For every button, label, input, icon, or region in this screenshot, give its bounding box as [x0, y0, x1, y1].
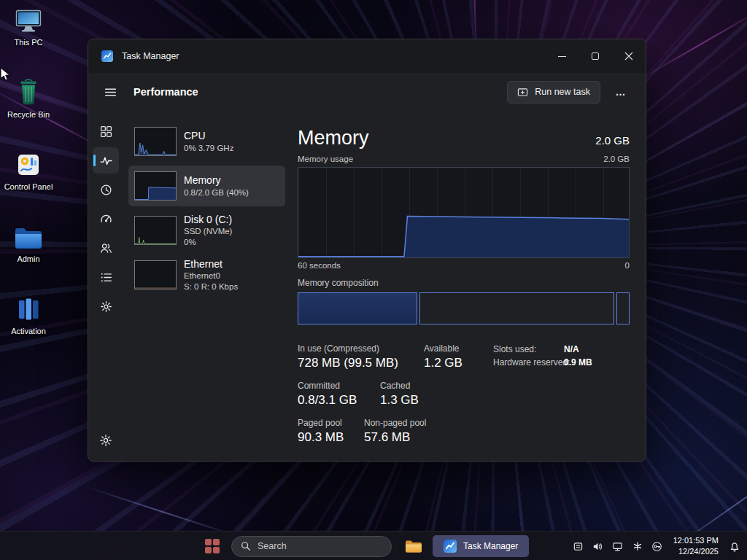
perf-item-subtitle: Ethernet0 — [184, 271, 238, 281]
perf-item-subtitle2: S: 0 R: 0 Kbps — [184, 281, 238, 292]
cpu-thumbnail — [134, 127, 177, 156]
close-icon — [624, 52, 633, 61]
nav-item-processes[interactable] — [93, 118, 119, 144]
nav-item-services[interactable] — [93, 293, 119, 319]
start-button[interactable] — [205, 539, 220, 553]
stat-label: Paged pool — [298, 418, 342, 428]
memory-stats: In use (Compressed) 728 MB (99.5 MB) Ava… — [298, 343, 630, 453]
nav-item-startup-apps[interactable] — [93, 206, 119, 232]
tray-network-button[interactable] — [611, 540, 624, 553]
users-icon — [100, 242, 112, 254]
side-stat-label: Hardware reserved: — [493, 357, 570, 368]
nav-item-performance[interactable] — [93, 147, 119, 174]
minimize-button[interactable] — [545, 39, 578, 73]
stat-value: 1.2 GB — [424, 356, 462, 370]
recycle-bin-icon — [16, 72, 41, 106]
page-title: Performance — [133, 86, 507, 98]
desktop-icon-label: Recycle Bin — [7, 110, 50, 119]
memory-usage-graph — [298, 167, 630, 258]
network-monitor-icon — [612, 541, 623, 552]
run-new-task-button[interactable]: Run new task — [507, 81, 600, 104]
desktop-icon-label: This PC — [14, 38, 42, 47]
taskbar-search[interactable] — [231, 536, 392, 557]
perf-item-title: Disk 0 (C:) — [184, 213, 232, 226]
desktop-icon-control-panel[interactable]: Control Panel — [0, 144, 57, 207]
file-explorer-button[interactable] — [405, 540, 422, 553]
composition-segment-in-use — [298, 292, 417, 324]
memory-heading: Memory — [298, 127, 369, 149]
stat-value: 1.3 GB — [380, 393, 419, 408]
stat-label: Committed — [298, 381, 340, 391]
folder-icon — [405, 540, 422, 553]
start-icon — [205, 539, 212, 545]
disk-thumbnail — [134, 216, 177, 245]
maximize-icon — [592, 52, 599, 60]
run-new-task-label: Run new task — [535, 87, 590, 97]
perf-item-disk[interactable]: Disk 0 (C:) SSD (NVMe) 0% — [128, 210, 285, 251]
perf-item-ethernet[interactable]: Ethernet Ethernet0 S: 0 R: 0 Kbps — [128, 254, 285, 295]
ellipsis-icon: … — [616, 86, 627, 98]
memory-thumbnail — [134, 171, 177, 201]
taskbar-app-label: Task Manager — [463, 541, 518, 551]
taskbar-clock[interactable]: 12:01:53 PM 12/24/2025 — [673, 535, 719, 557]
stat-value: 57.6 MB — [364, 430, 410, 445]
window-titlebar[interactable]: Task Manager — [88, 39, 646, 73]
perf-item-title: CPU — [184, 129, 233, 142]
performance-sidebar-list: CPU 0% 3.79 GHz Memory 0.8/2.0 GB (40%) — [123, 111, 285, 462]
navigation-rail — [88, 111, 123, 462]
desktop-icon-activation[interactable]: Activation — [0, 289, 57, 351]
details-icon — [100, 271, 112, 284]
memory-composition-bar — [298, 292, 630, 324]
keyboard-icon — [573, 541, 584, 552]
bell-icon — [729, 540, 740, 552]
maximize-button[interactable] — [578, 39, 612, 73]
nav-item-settings[interactable] — [93, 427, 119, 454]
services-icon — [100, 300, 112, 313]
task-manager-icon — [444, 540, 457, 553]
stat-label: Cached — [380, 381, 410, 391]
perf-item-subtitle: 0% 3.79 GHz — [184, 143, 233, 154]
taskbar: Task Manager — [0, 531, 747, 560]
memory-usage-area — [298, 216, 629, 257]
search-icon — [241, 541, 251, 551]
tray-keyboard-button[interactable] — [572, 540, 585, 553]
settings-gear-icon — [99, 434, 112, 447]
nav-item-app-history[interactable] — [93, 176, 119, 203]
memory-capacity: 2.0 GB — [595, 134, 630, 147]
stat-label: In use (Compressed) — [298, 343, 379, 354]
navigation-menu-button[interactable] — [97, 79, 123, 105]
tray-security-key-button[interactable] — [651, 540, 664, 553]
memory-usage-label: Memory usage — [298, 155, 353, 163]
perf-item-subtitle: 0.8/2.0 GB (40%) — [184, 187, 249, 198]
tray-volume-button[interactable] — [592, 540, 605, 553]
close-button[interactable] — [612, 39, 646, 73]
ethernet-thumbnail — [134, 260, 177, 289]
menu-icon — [104, 86, 117, 98]
stat-value: 0.8/3.1 GB — [298, 393, 357, 408]
stat-value: 90.3 MB — [298, 430, 344, 445]
more-options-button[interactable]: … — [608, 81, 634, 103]
tray-star-button[interactable] — [631, 540, 644, 553]
desktop-icon-this-pc[interactable]: This PC — [0, 0, 57, 63]
perf-item-cpu[interactable]: CPU 0% 3.79 GHz — [128, 121, 285, 162]
notifications-button[interactable] — [728, 540, 741, 553]
search-input[interactable] — [258, 541, 374, 551]
volume-icon — [592, 541, 603, 552]
desktop-icon-label: Control Panel — [4, 182, 53, 191]
nav-item-users[interactable] — [93, 235, 119, 261]
composition-segment-free — [616, 292, 630, 324]
memory-usage-scale-max: 2.0 GB — [603, 155, 630, 163]
side-stat-value: N/A — [564, 344, 579, 354]
stat-value: 728 MB (99.5 MB) — [298, 356, 398, 370]
perf-item-subtitle: SSD (NVMe) — [184, 226, 232, 237]
perf-item-title: Memory — [184, 174, 249, 187]
desktop-icon-admin[interactable]: Admin — [0, 217, 57, 279]
this-pc-icon — [14, 0, 43, 34]
security-key-icon — [651, 541, 662, 552]
perf-item-memory[interactable]: Memory 0.8/2.0 GB (40%) — [128, 166, 285, 206]
activation-icon — [16, 289, 41, 322]
run-new-task-icon — [517, 87, 528, 98]
composition-segment-available-standby — [419, 292, 615, 324]
nav-item-details[interactable] — [93, 264, 119, 290]
taskbar-task-manager-button[interactable]: Task Manager — [433, 535, 529, 557]
